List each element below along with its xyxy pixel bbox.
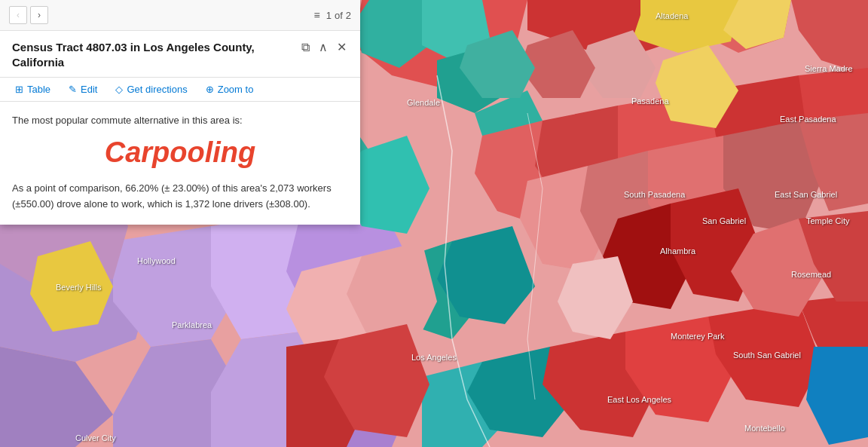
popup-panel: ‹ › ≡ 1 of 2 Census Tract 4807.03 in Los… (0, 0, 360, 225)
table-icon: ⊞ (15, 84, 23, 95)
list-icon: ≡ (314, 9, 320, 21)
nav-arrows: ‹ › (9, 6, 48, 24)
table-label: Table (27, 84, 50, 95)
description-text: The most popular commute alternative in … (12, 114, 348, 127)
title-actions: ⧉ ∧ ✕ (300, 40, 348, 55)
directions-label: Get directions (127, 84, 187, 95)
zoom-icon: ⊕ (206, 84, 214, 95)
counter-total: 2 (346, 10, 351, 21)
zoom-button[interactable]: ⊕ Zoom to (197, 78, 263, 101)
close-button[interactable]: ✕ (335, 40, 348, 55)
nav-bar: ‹ › ≡ 1 of 2 (0, 0, 360, 31)
counter-separator: of (335, 10, 343, 21)
directions-button[interactable]: ◇ Get directions (106, 78, 196, 101)
next-button[interactable]: › (30, 6, 48, 24)
edit-icon: ✎ (69, 84, 77, 95)
title-bar: Census Tract 4807.03 in Los Angeles Coun… (0, 31, 360, 78)
nav-counter: ≡ 1 of 2 (314, 9, 351, 21)
popup-content: The most popular commute alternative in … (0, 102, 360, 225)
prev-button[interactable]: ‹ (9, 6, 27, 24)
table-button[interactable]: ⊞ Table (6, 78, 60, 101)
collapse-button[interactable]: ∧ (317, 40, 329, 55)
action-bar: ⊞ Table ✎ Edit ◇ Get directions ⊕ Zoom t… (0, 78, 360, 102)
comparison-text: As a point of comparison, 66.20% (± 23.0… (12, 181, 348, 213)
highlight-label: Carpooling (12, 136, 348, 169)
duplicate-button[interactable]: ⧉ (300, 40, 311, 55)
edit-button[interactable]: ✎ Edit (60, 78, 106, 101)
zoom-label: Zoom to (218, 84, 254, 95)
edit-label: Edit (81, 84, 97, 95)
directions-icon: ◇ (115, 84, 123, 95)
counter-current: 1 (326, 10, 332, 21)
popup-title: Census Tract 4807.03 in Los Angeles Coun… (12, 40, 291, 69)
